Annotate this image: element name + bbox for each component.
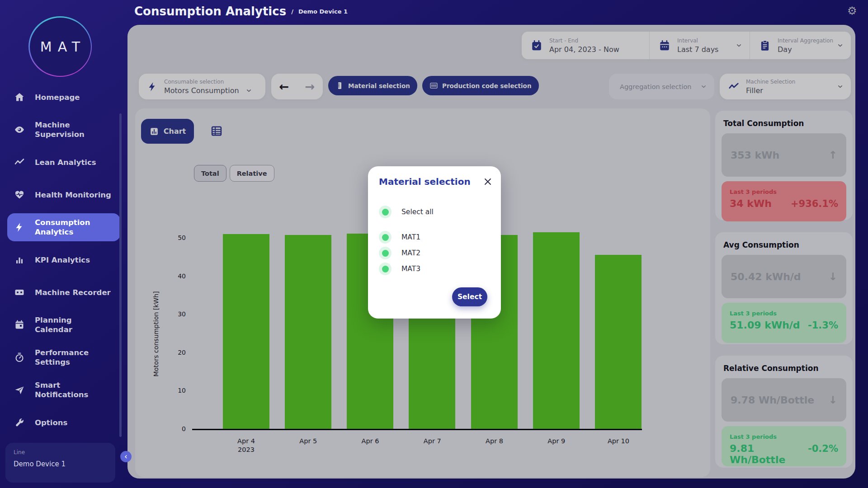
sidebar-item-options[interactable]: Options — [0, 406, 127, 439]
material-option-mat2[interactable]: MAT2 — [379, 247, 420, 259]
breadcrumb-separator: / — [291, 8, 293, 15]
page-title: Consumption Analytics — [134, 5, 286, 18]
trend-icon — [14, 156, 25, 168]
radio-checked-icon — [379, 231, 392, 244]
sidebar-nav: HomepageMachine SupervisionLean Analytic… — [0, 81, 127, 439]
material-option-label: MAT3 — [401, 265, 420, 273]
radio-checked-icon — [379, 206, 392, 218]
sidebar-collapse-button[interactable]: ‹ — [120, 451, 132, 462]
eye-icon — [14, 124, 25, 136]
sidebar-item-smart-notifications[interactable]: Smart Notifications — [0, 374, 127, 406]
sidebar-item-label: Lean Analytics — [35, 158, 118, 167]
radio-checked-icon — [379, 263, 392, 275]
sidebar-item-performance-settings[interactable]: Performance Settings — [0, 341, 127, 374]
sidebar-item-label: Planning Calendar — [35, 315, 118, 334]
select-all-option[interactable]: Select all — [379, 206, 434, 218]
calendar-icon — [14, 319, 25, 331]
breadcrumb: Demo Device 1 — [298, 8, 348, 15]
logo-text: MAT — [40, 39, 86, 55]
sidebar: MAT HomepageMachine SupervisionLean Anal… — [0, 0, 127, 488]
modal-title: Material selection — [379, 176, 471, 187]
device-card-label: Line — [14, 449, 107, 455]
sidebar-item-kpi-analytics[interactable]: KPI Analytics — [0, 244, 127, 276]
sidebar-item-label: Homepage — [35, 93, 118, 102]
bars-icon — [14, 254, 25, 266]
wrench-icon — [14, 417, 25, 428]
sidebar-item-lean-analytics[interactable]: Lean Analytics — [0, 146, 127, 178]
gauge-icon — [14, 352, 25, 363]
sidebar-item-health-monitoring[interactable]: Health Monitoring — [0, 178, 127, 211]
close-icon[interactable] — [483, 177, 493, 187]
sidebar-item-consumption-analytics[interactable]: Consumption Analytics — [7, 213, 120, 241]
cassette-icon — [14, 286, 25, 298]
sidebar-scrollbar[interactable] — [119, 113, 122, 437]
sidebar-item-planning-calendar[interactable]: Planning Calendar — [0, 309, 127, 341]
sidebar-item-label: Options — [35, 418, 118, 427]
material-option-label: MAT2 — [401, 249, 420, 257]
sidebar-item-label: Performance Settings — [35, 348, 118, 367]
sidebar-item-machine-supervision[interactable]: Machine Supervision — [0, 113, 127, 146]
sidebar-item-label: Consumption Analytics — [35, 218, 114, 237]
sidebar-item-homepage[interactable]: Homepage — [0, 81, 127, 113]
device-card-value: Demo Device 1 — [14, 460, 107, 468]
bolt-icon — [14, 221, 25, 233]
sidebar-item-label: Smart Notifications — [35, 380, 118, 399]
heart-icon — [14, 189, 25, 201]
modal-select-button[interactable]: Select — [452, 287, 487, 306]
home-icon — [14, 91, 25, 103]
material-option-label: MAT1 — [401, 233, 420, 241]
plane-icon — [14, 384, 25, 396]
sidebar-item-machine-recorder[interactable]: Machine Recorder — [0, 276, 127, 309]
app-logo: MAT — [28, 16, 92, 77]
sidebar-item-label: Machine Recorder — [35, 288, 118, 297]
sidebar-item-label: KPI Analytics — [35, 255, 118, 265]
radio-checked-icon — [379, 247, 392, 259]
select-all-label: Select all — [401, 208, 434, 216]
material-option-mat1[interactable]: MAT1 — [379, 231, 420, 244]
gear-icon[interactable]: ⚙ — [847, 5, 857, 17]
sidebar-item-label: Health Monitoring — [35, 190, 118, 200]
material-selection-modal: Material selection Select all MAT1MAT2MA… — [368, 166, 501, 319]
page-header: Consumption Analytics / Demo Device 1 — [134, 5, 348, 18]
device-card: Line Demo Device 1 — [5, 443, 115, 483]
sidebar-item-label: Machine Supervision — [35, 120, 118, 139]
material-option-mat3[interactable]: MAT3 — [379, 263, 420, 275]
